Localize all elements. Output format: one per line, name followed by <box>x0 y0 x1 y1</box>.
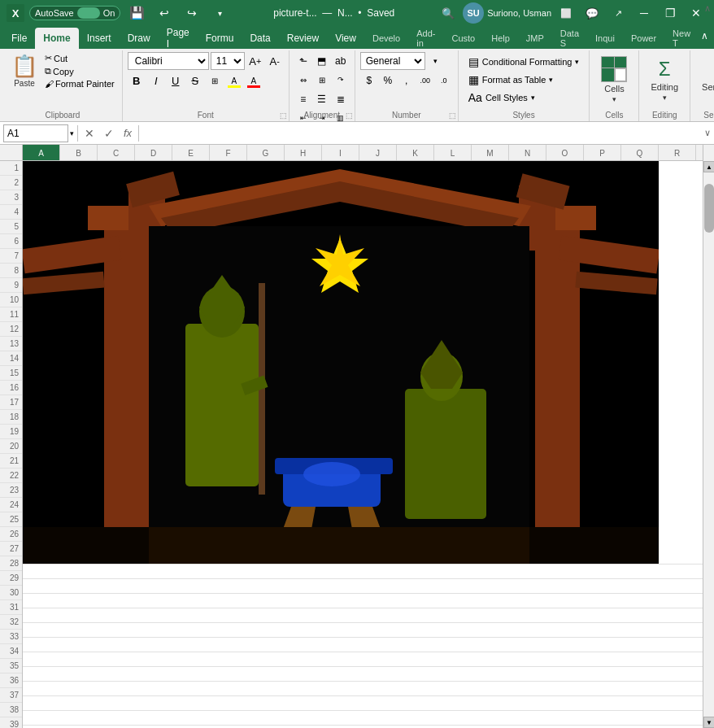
tab-view[interactable]: View <box>327 28 364 49</box>
ribbon-display-btn[interactable]: ⬜ <box>555 2 577 24</box>
cancel-formula-btn[interactable]: ✕ <box>81 125 98 142</box>
row-13[interactable]: 13 <box>0 337 22 351</box>
align-right-btn[interactable]: ≣ <box>332 90 350 108</box>
restore-btn[interactable]: ❐ <box>659 2 681 24</box>
row-19[interactable]: 19 <box>0 425 22 439</box>
row-23[interactable]: 23 <box>0 483 22 498</box>
bold-btn[interactable]: B <box>128 72 146 89</box>
row-38[interactable]: 38 <box>0 703 22 717</box>
col-header-p[interactable]: P <box>584 145 621 161</box>
row-26[interactable]: 26 <box>0 527 22 542</box>
number-format-btn[interactable]: ▾ <box>427 52 445 70</box>
name-box-dropdown-btn[interactable]: ▾ <box>70 129 74 137</box>
align-center-btn[interactable]: ☰ <box>313 90 331 108</box>
col-header-l[interactable]: L <box>434 145 472 161</box>
row-12[interactable]: 12 <box>0 322 22 337</box>
redo-btn[interactable]: ↪ <box>181 2 203 24</box>
font-color-btn[interactable]: A <box>245 72 263 89</box>
vertical-scrollbar[interactable]: ▲ ▼ <box>703 161 714 728</box>
row-17[interactable]: 17 <box>0 395 22 410</box>
row-2[interactable]: 2 <box>0 176 22 190</box>
scroll-up-btn[interactable]: ▲ <box>703 161 714 172</box>
tab-power-pivot[interactable]: Power <box>623 28 664 49</box>
row-22[interactable]: 22 <box>0 469 22 483</box>
percent-btn[interactable]: % <box>379 72 397 89</box>
tab-insert[interactable]: Insert <box>79 28 120 49</box>
col-header-i[interactable]: I <box>322 145 359 161</box>
paste-button[interactable]: 📋 Paste <box>8 52 41 89</box>
confirm-formula-btn[interactable]: ✓ <box>101 125 117 142</box>
col-header-j[interactable]: J <box>359 145 397 161</box>
col-header-m[interactable]: M <box>472 145 509 161</box>
cut-button[interactable]: ✂ Cut <box>42 52 117 64</box>
row-37[interactable]: 37 <box>0 688 22 703</box>
tab-page-layout[interactable]: Page I <box>159 28 198 49</box>
row-15[interactable]: 15 <box>0 366 22 381</box>
row-4[interactable]: 4 <box>0 205 22 220</box>
row-3[interactable]: 3 <box>0 190 22 205</box>
save-quick-btn[interactable]: 💾 <box>125 2 148 24</box>
row-21[interactable]: 21 <box>0 454 22 469</box>
tab-draw[interactable]: Draw <box>120 28 159 49</box>
col-header-k[interactable]: K <box>397 145 434 161</box>
align-orient-btn[interactable]: ↷ <box>332 71 350 89</box>
tab-review[interactable]: Review <box>279 28 327 49</box>
row-18[interactable]: 18 <box>0 410 22 425</box>
col-header-h[interactable]: H <box>285 145 322 161</box>
formula-input[interactable] <box>142 124 701 142</box>
align-left-btn[interactable]: ≡ <box>294 90 312 108</box>
decrease-font-btn[interactable]: A- <box>266 52 284 70</box>
tab-data-streamer[interactable]: Data S <box>552 28 587 49</box>
col-header-n[interactable]: N <box>509 145 546 161</box>
col-header-a[interactable]: A <box>23 145 60 161</box>
share-btn[interactable]: ↗ <box>607 2 629 24</box>
col-header-f[interactable]: F <box>210 145 247 161</box>
align-top-left-btn[interactable]: ⬑ <box>294 52 312 70</box>
corner-cell[interactable] <box>0 145 23 161</box>
merge-cells-btn[interactable]: ⊞ <box>313 71 331 89</box>
row-5[interactable]: 5 <box>0 220 22 234</box>
col-header-b[interactable]: B <box>60 145 98 161</box>
alignment-group-expand-btn[interactable]: ⬚ <box>346 111 353 120</box>
row-34[interactable]: 34 <box>0 644 22 659</box>
align-top-right-btn[interactable]: ab <box>332 52 350 70</box>
tab-help[interactable]: Help <box>483 28 518 49</box>
tab-custom[interactable]: Custo <box>443 28 483 49</box>
wrap-text-btn[interactable]: ⇔ <box>294 71 312 89</box>
formula-expand-btn[interactable]: ∨ <box>704 128 711 138</box>
search-btn[interactable]: 🔍 <box>437 2 459 24</box>
underline-btn[interactable]: U <box>167 72 185 89</box>
row-25[interactable]: 25 <box>0 512 22 527</box>
row-8[interactable]: 8 <box>0 264 22 278</box>
row-1[interactable]: 1 <box>0 161 22 176</box>
row-11[interactable]: 11 <box>0 307 22 322</box>
row-16[interactable]: 16 <box>0 381 22 395</box>
fill-color-btn[interactable]: A <box>225 72 243 89</box>
comma-btn[interactable]: , <box>398 72 416 89</box>
tab-formulas[interactable]: Formu <box>198 28 242 49</box>
decrease-decimal-btn[interactable]: .00 <box>416 72 434 89</box>
row-24[interactable]: 24 <box>0 498 22 512</box>
font-size-select[interactable]: 11 <box>211 52 245 70</box>
col-header-s[interactable]: S <box>696 145 703 161</box>
row-20[interactable]: 20 <box>0 439 22 454</box>
copy-button[interactable]: ⧉ Copy <box>42 65 117 77</box>
row-30[interactable]: 30 <box>0 586 22 600</box>
autosave-toggle[interactable] <box>77 7 100 19</box>
currency-btn[interactable]: $ <box>360 72 378 89</box>
row-33[interactable]: 33 <box>0 630 22 644</box>
undo-btn[interactable]: ↩ <box>153 2 176 24</box>
row-6[interactable]: 6 <box>0 234 22 249</box>
tab-jmp[interactable]: JMP <box>518 28 552 49</box>
col-header-d[interactable]: D <box>135 145 172 161</box>
tab-addins[interactable]: Add-in <box>408 28 443 49</box>
scroll-down-btn[interactable]: ▼ <box>703 717 714 728</box>
minimize-btn[interactable]: ─ <box>633 2 655 24</box>
row-39[interactable]: 39 <box>0 717 22 728</box>
format-as-table-btn[interactable]: ▦ Format as Table ▾ <box>464 72 559 88</box>
tab-file[interactable]: File <box>3 28 35 49</box>
cells-button[interactable]: Cells ▾ <box>594 53 633 107</box>
col-header-o[interactable]: O <box>546 145 584 161</box>
row-35[interactable]: 35 <box>0 659 22 674</box>
increase-font-btn[interactable]: A+ <box>246 52 264 70</box>
